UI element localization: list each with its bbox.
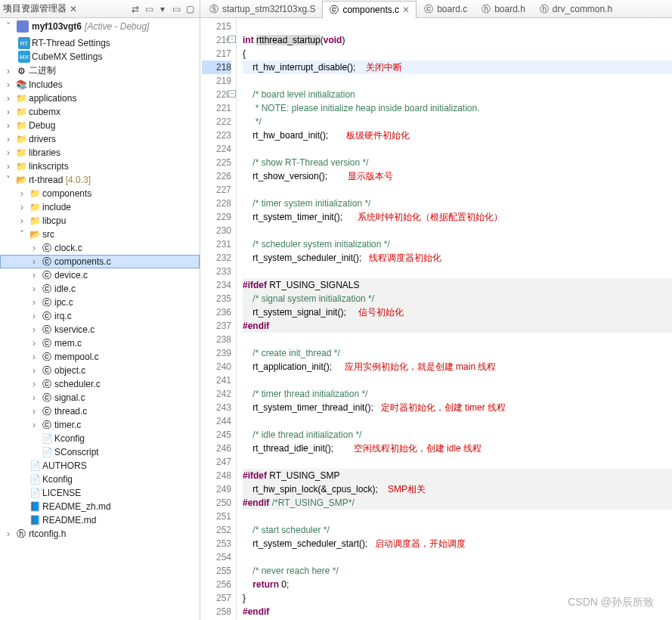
tree-file-mempool[interactable]: ›ⓒmempool.c: [0, 350, 200, 364]
collapse-icon[interactable]: ▭: [143, 3, 155, 15]
fold-icon[interactable]: −: [228, 36, 236, 43]
link-editor-icon[interactable]: ⇄: [129, 3, 141, 15]
tree-linkscripts[interactable]: ›📁linkscripts: [0, 160, 200, 173]
tree-readme-zh[interactable]: 📘README_zh.md: [0, 500, 200, 513]
code-line[interactable]: [243, 183, 672, 197]
code-line[interactable]: {: [243, 47, 672, 60]
code-line[interactable]: rt_system_scheduler_start(); 启动调度器，开始调度: [243, 537, 672, 550]
code-line[interactable]: /* idle thread initialization */: [243, 428, 672, 442]
code-line[interactable]: [243, 333, 672, 346]
code-line[interactable]: /* scheduler system initialization */: [243, 237, 672, 251]
code-line[interactable]: [243, 74, 672, 88]
tree-authors[interactable]: 📄AUTHORS: [0, 459, 200, 473]
code-line[interactable]: [243, 510, 672, 523]
code-line[interactable]: rt_system_timer_init(); 系统时钟初始化（根据配置初始化）: [243, 210, 672, 224]
tree-file-signal[interactable]: ›ⓒsignal.c: [0, 391, 200, 405]
code-editor[interactable]: 215216−217218219220−22122222322422522622…: [200, 18, 672, 620]
tree-license[interactable]: 📄LICENSE: [0, 486, 200, 500]
expand-icon[interactable]: ˅: [3, 21, 14, 32]
code-line[interactable]: /* show RT-Thread version */: [243, 156, 672, 169]
code-line[interactable]: [243, 414, 672, 428]
code-line[interactable]: */: [243, 115, 672, 129]
code-line[interactable]: /* create init_thread */: [243, 346, 672, 360]
code-line[interactable]: rt_thread_idle_init(); 空闲线程初始化，创建 idle 线…: [243, 442, 672, 455]
maximize-icon[interactable]: ▢: [184, 3, 196, 15]
code-line[interactable]: }: [243, 591, 672, 605]
code-line[interactable]: #endif /*RT_USING_SMP*/: [243, 496, 672, 510]
code-content[interactable]: int rtthread_startup(void){ rt_hw_interr…: [237, 18, 672, 620]
code-line[interactable]: /* never reach here */: [243, 564, 672, 578]
tree-file-thread[interactable]: ›ⓒthread.c: [0, 405, 200, 418]
tree-file-ipc[interactable]: ›ⓒipc.c: [0, 296, 200, 309]
code-line[interactable]: /* board level initialization: [243, 88, 672, 101]
tree-file-object[interactable]: ›ⓒobject.c: [0, 364, 200, 377]
minimize-icon[interactable]: ▭: [170, 3, 182, 15]
view-menu-icon[interactable]: ▾: [156, 3, 169, 15]
code-line[interactable]: /* timer thread initialization */: [243, 387, 672, 401]
code-line[interactable]: rt_show_version(); 显示版本号: [243, 169, 672, 183]
tree-readme[interactable]: 📘README.md: [0, 513, 200, 527]
code-line[interactable]: rt_system_scheduler_init(); 线程调度器初始化: [243, 251, 672, 265]
tab-board-h[interactable]: ⓗboard.h: [474, 0, 532, 17]
tree-file-idle[interactable]: ›ⓒidle.c: [0, 282, 200, 296]
tree-src[interactable]: ˅📂src: [0, 228, 200, 241]
tree-binary[interactable]: ›⚙二进制: [0, 64, 200, 78]
code-line[interactable]: rt_system_timer_thread_init(); 定时器初始化，创建…: [243, 401, 672, 414]
tree-libcpu[interactable]: ›📁libcpu: [0, 214, 200, 228]
code-line[interactable]: #ifdef RT_USING_SIGNALS: [243, 278, 672, 292]
tab-board-c[interactable]: ⓒboard.c: [417, 0, 474, 17]
code-line[interactable]: [243, 142, 672, 156]
rt-thread-settings[interactable]: RTRT-Thread Settings: [0, 36, 200, 50]
tree-file-kconfig[interactable]: 📄Kconfig: [0, 432, 200, 445]
tree-drivers[interactable]: ›📁drivers: [0, 132, 200, 146]
code-line[interactable]: [243, 265, 672, 278]
code-line[interactable]: /* start scheduler */: [243, 523, 672, 537]
code-line[interactable]: [243, 20, 672, 33]
tree-debug[interactable]: ›📁Debug: [0, 119, 200, 132]
close-icon[interactable]: ✕: [70, 4, 77, 14]
tree-cubemx[interactable]: ›📁cubemx: [0, 105, 200, 119]
tab-components-c[interactable]: ⓒcomponents.c✕: [322, 1, 417, 18]
tree-rtconfig[interactable]: ›ⓗrtconfig.h: [0, 527, 200, 541]
tree-libraries[interactable]: ›📁libraries: [0, 146, 200, 160]
code-line[interactable]: [243, 224, 672, 237]
code-line[interactable]: [243, 455, 672, 469]
code-line[interactable]: /* signal system initialization */: [243, 292, 672, 305]
close-icon[interactable]: ✕: [402, 5, 410, 15]
code-line[interactable]: [243, 374, 672, 387]
code-line[interactable]: return 0;: [243, 578, 672, 591]
tree-components-dir[interactable]: ›📁components: [0, 187, 200, 200]
tree-file-kservice[interactable]: ›ⓒkservice.c: [0, 323, 200, 336]
fold-icon[interactable]: −: [228, 90, 236, 98]
tree-file-mem[interactable]: ›ⓒmem.c: [0, 336, 200, 350]
code-line[interactable]: int rtthread_startup(void): [243, 33, 672, 47]
tab-drv_common-h[interactable]: ⓗdrv_common.h: [532, 0, 619, 17]
code-line[interactable]: [243, 550, 672, 564]
code-line[interactable]: #endif: [243, 605, 672, 618]
project-explorer: 项目资源管理器 ✕ ⇄ ▭ ▾ ▭ ▢ ˅ myf103vgt6 [Active…: [0, 0, 200, 620]
tree-file-clock[interactable]: ›ⓒclock.c: [0, 241, 200, 255]
code-line[interactable]: rt_application_init(); 应用实例初始化，就是创建 main…: [243, 360, 672, 374]
tree-file-scheduler[interactable]: ›ⓒscheduler.c: [0, 377, 200, 391]
tree-file-device[interactable]: ›ⓒdevice.c: [0, 268, 200, 282]
tree-rtthread[interactable]: ˅📂rt-thread [4.0.3]: [0, 173, 200, 187]
tree-includes[interactable]: ›📚Includes: [0, 78, 200, 91]
tree-applications[interactable]: ›📁applications: [0, 91, 200, 105]
tree-include-dir[interactable]: ›📁include: [0, 200, 200, 214]
code-line[interactable]: #ifdef RT_USING_SMP: [243, 469, 672, 482]
code-line[interactable]: rt_hw_spin_lock(&_cpus_lock); SMP相关: [243, 482, 672, 496]
code-line[interactable]: rt_hw_board_init(); 板级硬件初始化: [243, 129, 672, 142]
code-line[interactable]: rt_system_signal_init(); 信号初始化: [243, 305, 672, 319]
code-line[interactable]: * NOTE: please initialize heap inside bo…: [243, 101, 672, 115]
tree-kconfig-root[interactable]: 📄Kconfig: [0, 473, 200, 486]
tree-file-components[interactable]: ›ⓒcomponents.c: [0, 255, 200, 268]
code-line[interactable]: /* timer system initialization */: [243, 197, 672, 210]
tree-file-sconscript[interactable]: 📄SConscript: [0, 445, 200, 459]
tree-file-irq[interactable]: ›ⓒirq.c: [0, 309, 200, 323]
code-line[interactable]: #endif: [243, 319, 672, 333]
tab-startup_stm32f103xg-S[interactable]: Ⓢstartup_stm32f103xg.S: [202, 0, 322, 17]
project-root[interactable]: ˅ myf103vgt6 [Active - Debug]: [0, 18, 200, 35]
code-line[interactable]: rt_hw_interrupt_disable(); 关闭中断: [243, 60, 672, 74]
cubemx-settings[interactable]: MXCubeMX Settings: [0, 50, 200, 64]
tree-file-timer[interactable]: ›ⓒtimer.c: [0, 418, 200, 432]
